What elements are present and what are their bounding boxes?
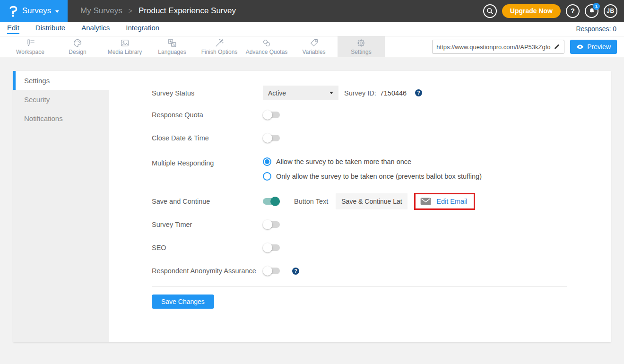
avatar-initials: JB xyxy=(607,8,614,14)
notification-badge: 1 xyxy=(593,3,600,10)
breadcrumb-my-surveys[interactable]: My Surveys xyxy=(80,6,122,16)
close-date-time-row: Close Date & Time xyxy=(152,134,611,142)
multiple-responding-options: Allow the survey to be taken more than o… xyxy=(263,157,482,181)
survey-timer-toggle[interactable] xyxy=(263,221,280,228)
workspace-icon xyxy=(25,38,35,48)
seo-toggle[interactable] xyxy=(263,244,280,251)
survey-id-group: Survey ID: 7150446 ? xyxy=(344,89,422,97)
settings-card: Settings Security Notifications Survey S… xyxy=(13,71,611,342)
survey-nav: Edit Distribute Analytics Integration Re… xyxy=(0,22,624,36)
question-mark-icon: ? xyxy=(571,7,575,15)
survey-status-select[interactable]: Active xyxy=(263,86,338,100)
survey-id-help-icon[interactable]: ? xyxy=(415,89,422,96)
toolbar-tab-workspace[interactable]: Workspace xyxy=(7,36,54,57)
user-avatar[interactable]: JB xyxy=(604,4,617,18)
magic-wand-icon xyxy=(214,38,225,48)
save-and-continue-toggle[interactable] xyxy=(263,198,280,205)
toolbar-tab-languages[interactable]: A Languages xyxy=(148,36,196,57)
preview-button[interactable]: Preview xyxy=(570,40,617,54)
search-icon xyxy=(486,7,494,15)
toolbar-tab-settings[interactable]: Settings xyxy=(338,36,385,57)
survey-url-input[interactable] xyxy=(436,43,554,51)
edit-email-link[interactable]: Edit Email xyxy=(436,198,467,205)
svg-text:A: A xyxy=(173,43,175,46)
button-text-input[interactable] xyxy=(336,193,407,209)
settings-sidebar: Settings Security Notifications xyxy=(13,71,109,342)
eye-icon xyxy=(576,44,584,50)
close-date-time-label: Close Date & Time xyxy=(152,134,263,142)
gear-icon xyxy=(356,38,366,48)
radio-allow-once[interactable]: Only allow the survey to be taken once (… xyxy=(263,172,482,181)
help-button[interactable]: ? xyxy=(566,4,580,18)
toolbar-tab-variables[interactable]: Variables xyxy=(290,36,338,57)
settings-form: Survey Status Active Survey ID: 7150446 … xyxy=(109,71,611,342)
form-divider xyxy=(152,286,567,286)
top-header: Surveys My Surveys > Product Experience … xyxy=(0,0,624,22)
toolbar-tab-media-library[interactable]: Media Library xyxy=(101,36,148,57)
radio-button[interactable] xyxy=(263,157,271,166)
survey-status-label: Survey Status xyxy=(152,89,263,97)
surveys-product-menu[interactable]: Surveys xyxy=(0,0,68,22)
survey-timer-row: Survey Timer xyxy=(152,221,611,228)
survey-timer-label: Survey Timer xyxy=(152,221,263,228)
button-text-label: Button Text xyxy=(294,198,328,205)
survey-url-box xyxy=(432,40,564,54)
search-button[interactable] xyxy=(483,4,497,18)
settings-page: Settings Security Notifications Survey S… xyxy=(0,57,624,364)
response-quota-label: Response Quota xyxy=(152,111,263,119)
responses-count: Responses: 0 xyxy=(576,25,616,33)
survey-status-value: Active xyxy=(268,89,286,97)
questionpro-logo-icon xyxy=(9,5,18,17)
notifications-button[interactable]: 1 xyxy=(585,4,598,18)
sidebar-item-settings[interactable]: Settings xyxy=(13,71,109,90)
toolbar-tab-advance-quotas[interactable]: Advance Quotas xyxy=(243,36,290,57)
survey-id-value: 7150446 xyxy=(380,89,407,97)
tab-distribute[interactable]: Distribute xyxy=(35,24,65,34)
tag-icon xyxy=(309,38,319,48)
response-quota-row: Response Quota xyxy=(152,111,611,119)
respondent-anonymity-label: Respondent Anonymity Assurance xyxy=(152,267,263,275)
toolbar-tab-finish-options[interactable]: Finish Options xyxy=(196,36,243,57)
close-date-time-toggle[interactable] xyxy=(263,135,280,141)
edit-email-highlight: Edit Email xyxy=(414,193,475,210)
save-and-continue-label: Save and Continue xyxy=(152,198,263,205)
respondent-anonymity-toggle[interactable] xyxy=(263,268,280,274)
sidebar-item-notifications[interactable]: Notifications xyxy=(13,109,109,128)
save-changes-button[interactable]: Save Changes xyxy=(152,295,214,309)
multiple-responding-label: Multiple Responding xyxy=(152,159,263,167)
chevron-down-icon xyxy=(55,10,59,13)
respondent-anonymity-row: Respondent Anonymity Assurance ? xyxy=(152,267,611,275)
product-menu-label: Surveys xyxy=(22,6,51,16)
chevron-down-icon xyxy=(329,92,333,94)
tab-edit[interactable]: Edit xyxy=(7,24,19,34)
respondent-anonymity-help-icon[interactable]: ? xyxy=(292,268,299,275)
radio-allow-multiple[interactable]: Allow the survey to be taken more than o… xyxy=(263,157,482,166)
header-actions: Upgrade Now ? 1 JB xyxy=(483,4,617,18)
toolbar-tab-design[interactable]: Design xyxy=(54,36,101,57)
multiple-responding-row: Multiple Responding Allow the survey to … xyxy=(152,157,611,181)
radio-button[interactable] xyxy=(263,172,271,181)
translate-icon: A xyxy=(167,38,177,48)
envelope-icon xyxy=(420,198,431,205)
chain-links-icon xyxy=(261,38,272,48)
seo-row: SEO xyxy=(152,244,611,251)
response-quota-toggle[interactable] xyxy=(263,112,280,118)
tab-analytics[interactable]: Analytics xyxy=(81,24,110,34)
breadcrumb-separator: > xyxy=(129,7,132,15)
upgrade-now-button[interactable]: Upgrade Now xyxy=(502,4,561,18)
breadcrumb: My Surveys > Product Experience Survey xyxy=(80,6,236,16)
image-icon xyxy=(120,38,130,48)
survey-title: Product Experience Survey xyxy=(139,6,236,16)
edit-url-pencil-icon[interactable] xyxy=(554,43,560,50)
palette-icon xyxy=(72,38,83,48)
seo-label: SEO xyxy=(152,244,263,251)
edit-toolbar: Workspace Design Media Library A Languag… xyxy=(0,36,624,57)
save-and-continue-row: Save and Continue Button Text Edit Email xyxy=(152,193,611,210)
sidebar-item-security[interactable]: Security xyxy=(13,90,109,109)
tab-integration[interactable]: Integration xyxy=(126,24,159,34)
survey-id-label: Survey ID: xyxy=(344,89,376,97)
survey-status-row: Survey Status Active Survey ID: 7150446 … xyxy=(152,86,611,100)
